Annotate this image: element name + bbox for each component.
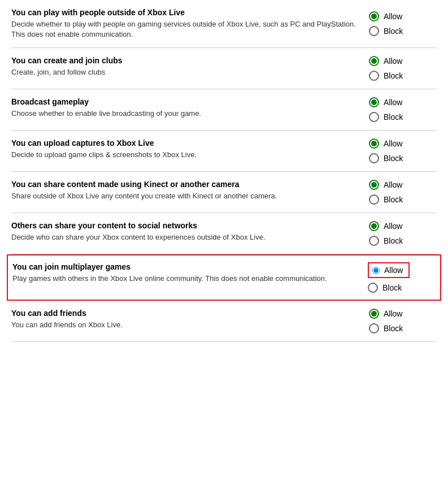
setting-row-create-join-clubs: You can create and join clubsCreate, joi… xyxy=(11,48,437,89)
allow-radio-share-kinect-content[interactable] xyxy=(369,180,379,190)
setting-title-share-to-social: Others can share your content to social … xyxy=(11,221,358,230)
allow-radio-upload-captures[interactable] xyxy=(369,138,379,149)
setting-row-join-multiplayer: You can join multiplayer gamesPlay games… xyxy=(7,254,441,301)
block-option-share-kinect-content[interactable]: Block xyxy=(369,194,403,205)
allow-option-share-to-social[interactable]: Allow xyxy=(369,221,402,231)
block-option-join-multiplayer[interactable]: Block xyxy=(368,283,402,293)
allow-label-share-to-social: Allow xyxy=(384,222,402,231)
block-option-share-to-social[interactable]: Block xyxy=(369,236,403,246)
block-option-play-outside-xbox[interactable]: Block xyxy=(369,26,403,36)
allow-label-play-outside-xbox: Allow xyxy=(384,12,402,21)
block-radio-upload-captures[interactable] xyxy=(369,153,379,163)
setting-row-broadcast-gameplay: Broadcast gameplayChoose whether to enab… xyxy=(11,89,437,131)
block-label-upload-captures: Block xyxy=(384,154,403,163)
allow-option-create-join-clubs[interactable]: Allow xyxy=(369,56,402,66)
block-radio-create-join-clubs[interactable] xyxy=(369,71,379,81)
setting-controls-broadcast-gameplay: AllowBlock xyxy=(369,97,437,122)
allow-label-add-friends: Allow xyxy=(384,309,402,318)
setting-text-share-kinect-content: You can share content made using Kinect … xyxy=(11,180,369,205)
setting-controls-play-outside-xbox: AllowBlock xyxy=(369,8,437,40)
block-label-add-friends: Block xyxy=(384,324,403,333)
setting-title-add-friends: You can add friends xyxy=(11,309,358,318)
setting-title-upload-captures: You can upload captures to Xbox Live xyxy=(11,138,358,148)
allow-option-share-kinect-content[interactable]: Allow xyxy=(369,180,402,190)
setting-controls-join-multiplayer: AllowBlock xyxy=(368,262,436,293)
setting-controls-upload-captures: AllowBlock xyxy=(369,138,437,163)
settings-list: You can play with people outside of Xbox… xyxy=(0,0,448,342)
setting-text-add-friends: You can add friendsYou can add friends o… xyxy=(11,309,369,333)
setting-title-play-outside-xbox: You can play with people outside of Xbox… xyxy=(11,8,358,17)
allow-radio-broadcast-gameplay[interactable] xyxy=(369,97,379,107)
block-radio-share-to-social[interactable] xyxy=(369,236,379,246)
block-option-add-friends[interactable]: Block xyxy=(369,323,403,333)
setting-text-create-join-clubs: You can create and join clubsCreate, joi… xyxy=(11,56,369,81)
block-label-broadcast-gameplay: Block xyxy=(384,112,403,122)
block-option-upload-captures[interactable]: Block xyxy=(369,153,403,163)
allow-radio-share-to-social[interactable] xyxy=(369,221,379,231)
setting-row-share-kinect-content: You can share content made using Kinect … xyxy=(11,172,437,213)
block-label-join-multiplayer: Block xyxy=(382,283,402,292)
allow-label-upload-captures: Allow xyxy=(384,139,402,148)
allow-label-share-kinect-content: Allow xyxy=(384,180,402,189)
highlighted-allow-box[interactable]: Allow xyxy=(368,262,410,278)
setting-desc-broadcast-gameplay: Choose whether to enable live broadcasti… xyxy=(11,109,358,119)
block-label-create-join-clubs: Block xyxy=(384,71,403,80)
allow-option-add-friends[interactable]: Allow xyxy=(369,309,402,319)
block-radio-broadcast-gameplay[interactable] xyxy=(369,112,379,122)
setting-desc-create-join-clubs: Create, join, and follow clubs xyxy=(11,67,358,77)
block-label-share-kinect-content: Block xyxy=(384,195,403,204)
setting-controls-share-to-social: AllowBlock xyxy=(369,221,437,246)
block-radio-join-multiplayer[interactable] xyxy=(368,283,378,293)
setting-text-broadcast-gameplay: Broadcast gameplayChoose whether to enab… xyxy=(11,97,369,122)
allow-label-create-join-clubs: Allow xyxy=(384,57,402,66)
allow-radio-join-multiplayer[interactable] xyxy=(372,267,380,274)
setting-controls-create-join-clubs: AllowBlock xyxy=(369,56,437,81)
setting-title-broadcast-gameplay: Broadcast gameplay xyxy=(11,97,358,106)
allow-option-play-outside-xbox[interactable]: Allow xyxy=(369,11,402,21)
allow-option-broadcast-gameplay[interactable]: Allow xyxy=(369,97,402,107)
block-radio-play-outside-xbox[interactable] xyxy=(369,26,379,36)
setting-text-play-outside-xbox: You can play with people outside of Xbox… xyxy=(11,8,369,40)
allow-label-join-multiplayer: Allow xyxy=(384,266,403,275)
setting-row-play-outside-xbox: You can play with people outside of Xbox… xyxy=(11,0,437,48)
setting-title-create-join-clubs: You can create and join clubs xyxy=(11,56,358,65)
block-option-create-join-clubs[interactable]: Block xyxy=(369,71,403,81)
setting-title-join-multiplayer: You can join multiplayer games xyxy=(12,262,356,271)
setting-row-upload-captures: You can upload captures to Xbox LiveDeci… xyxy=(11,131,437,172)
setting-row-share-to-social: Others can share your content to social … xyxy=(11,213,437,254)
block-radio-add-friends[interactable] xyxy=(369,323,379,333)
block-label-share-to-social: Block xyxy=(384,236,403,245)
block-radio-share-kinect-content[interactable] xyxy=(369,194,379,205)
setting-desc-play-outside-xbox: Decide whether to play with people on ga… xyxy=(11,19,358,40)
setting-controls-share-kinect-content: AllowBlock xyxy=(369,180,437,205)
allow-radio-add-friends[interactable] xyxy=(369,309,379,319)
setting-desc-share-to-social: Decide who can share your Xbox content t… xyxy=(11,232,358,242)
setting-desc-add-friends: You can add friends on Xbox Live. xyxy=(11,320,358,330)
allow-radio-create-join-clubs[interactable] xyxy=(369,56,379,66)
block-option-broadcast-gameplay[interactable]: Block xyxy=(369,112,403,122)
setting-row-add-friends: You can add friendsYou can add friends o… xyxy=(11,301,437,342)
allow-radio-play-outside-xbox[interactable] xyxy=(369,11,379,21)
setting-text-join-multiplayer: You can join multiplayer gamesPlay games… xyxy=(12,262,368,293)
setting-desc-join-multiplayer: Play games with others in the Xbox Live … xyxy=(12,274,356,284)
allow-option-upload-captures[interactable]: Allow xyxy=(369,138,402,149)
setting-desc-share-kinect-content: Share outside of Xbox Live any content y… xyxy=(11,191,358,201)
setting-text-share-to-social: Others can share your content to social … xyxy=(11,221,369,246)
block-label-play-outside-xbox: Block xyxy=(384,27,403,36)
setting-controls-add-friends: AllowBlock xyxy=(369,309,437,333)
setting-title-share-kinect-content: You can share content made using Kinect … xyxy=(11,180,358,189)
setting-text-upload-captures: You can upload captures to Xbox LiveDeci… xyxy=(11,138,369,163)
allow-label-broadcast-gameplay: Allow xyxy=(384,98,402,107)
setting-desc-upload-captures: Decide to upload game clips & screenshot… xyxy=(11,150,358,160)
